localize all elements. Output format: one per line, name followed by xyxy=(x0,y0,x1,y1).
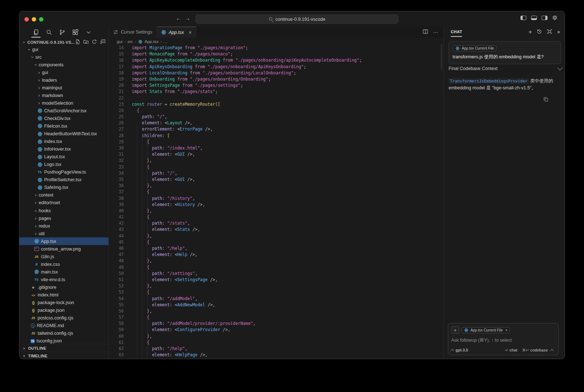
tab-cursor-settings[interactable]: Cursor Settings xyxy=(109,27,157,38)
line-number: 23 xyxy=(109,101,132,108)
toggle-panel-icon[interactable] xyxy=(531,16,537,20)
tree-item-safeimg-tsx[interactable]: SafeImg.tsx xyxy=(19,184,108,191)
code-text: element: <ConfigureProvider />, xyxy=(132,327,230,333)
minimize-window-button[interactable] xyxy=(32,17,36,22)
toggle-secondary-sidebar-icon[interactable] xyxy=(542,16,548,20)
timeline-section[interactable]: › TIMELINE xyxy=(19,352,108,359)
tree-item-index-tsx[interactable]: index.tsx xyxy=(19,138,108,145)
tree-item-markdown[interactable]: ›markdown xyxy=(19,92,108,99)
back-button[interactable]: ← xyxy=(174,15,182,21)
tree-item--gitignore[interactable]: ◆.gitignore xyxy=(19,283,108,291)
tree-item-pages[interactable]: ›pages xyxy=(19,214,108,222)
tree-item-gui[interactable]: ›gui xyxy=(19,69,108,76)
new-folder-icon[interactable] xyxy=(83,39,89,46)
code-line: 27 errorElement: <ErrorPage />, xyxy=(109,126,443,132)
search-icon[interactable] xyxy=(46,29,53,36)
explorer-icon[interactable] xyxy=(32,29,39,36)
command-center-search[interactable]: continue-0.9.191-vscode xyxy=(196,15,398,24)
tree-item-editorinset[interactable]: ›editorInset xyxy=(19,199,108,207)
extensions-icon[interactable] xyxy=(72,29,79,36)
chat-input-box[interactable]: + App.tsx Current File × Ask followup (⌘… xyxy=(448,323,559,355)
tree-item-redux[interactable]: ›redux xyxy=(19,222,108,230)
explorer-header[interactable]: › CONTINUE-0.9.191-VS... xyxy=(19,38,108,46)
tree-item-i18n-js[interactable]: JSi18n.js xyxy=(19,253,108,260)
chat-tab[interactable]: CHAT xyxy=(451,30,462,35)
tree-item-posthogpageview-ts[interactable]: TSPosthogPageView.ts xyxy=(19,168,108,176)
zoom-window-button[interactable] xyxy=(39,17,43,22)
tree-item-gui[interactable]: ›gui xyxy=(19,46,108,53)
toggle-sidebar-icon[interactable] xyxy=(520,16,526,20)
tree-item-chatscrollanchor-tsx[interactable]: ChatScrollAnchor.tsx xyxy=(19,107,108,115)
new-chat-icon[interactable]: + xyxy=(529,30,532,35)
tree-item-infohover-tsx[interactable]: InfoHover.tsx xyxy=(19,145,108,153)
tree-item-index-html[interactable]: <>index.html xyxy=(19,291,108,299)
line-number: 38 xyxy=(109,195,132,202)
chevron-down-icon[interactable] xyxy=(85,29,92,36)
tree-item-label: pages xyxy=(39,216,51,221)
tree-item-main-tsx[interactable]: main.tsx xyxy=(19,268,108,276)
tree-item-tailwind-config-cjs[interactable]: JStailwind.config.cjs xyxy=(19,330,108,337)
tree-item-util[interactable]: ›util xyxy=(19,230,108,237)
chat-input-placeholder[interactable]: Ask followup (⌘Y), ↑ to select xyxy=(451,337,556,343)
breadcrumb[interactable]: gui› src› App.tsx› ... xyxy=(109,38,443,46)
close-panel-icon[interactable]: × xyxy=(557,30,560,35)
settings-gear-icon[interactable]: ⚙ xyxy=(552,16,557,20)
tree-item-fileicon-tsx[interactable]: FileIcon.tsx xyxy=(19,122,108,130)
outline-section[interactable]: › OUTLINE xyxy=(19,344,108,352)
code-text: import ApiKeysOnboarding from "./pages/o… xyxy=(132,64,306,70)
codebase-submit[interactable]: ⌘↵ codebase xyxy=(522,348,548,352)
code-text: path: "/", xyxy=(132,170,177,176)
tree-item-profileswitcher-tsx[interactable]: ProfileSwitcher.tsx xyxy=(19,176,108,184)
chat-submit[interactable]: ↵ chat xyxy=(505,348,517,352)
new-file-icon[interactable] xyxy=(75,39,80,46)
line-number: 29 xyxy=(109,139,132,145)
tree-item-readme-md[interactable]: iREADME.md xyxy=(19,322,108,330)
codebase-context-section[interactable]: Final Codebase Context xyxy=(449,66,561,71)
breadcrumb-item[interactable]: App.tsx xyxy=(145,39,158,44)
tree-item-layout-tsx[interactable]: Layout.tsx xyxy=(19,153,108,161)
close-window-button[interactable] xyxy=(24,17,29,22)
breadcrumb-item[interactable]: src xyxy=(127,39,133,44)
breadcrumb-item[interactable]: gui xyxy=(117,39,122,44)
tree-item-app-tsx[interactable]: App.tsx xyxy=(19,237,108,245)
tree-item-label: README.md xyxy=(37,323,64,328)
app-window: ← → continue-0.9.191-vscode ⚙ xyxy=(19,11,565,359)
tree-item-index-css[interactable]: #index.css xyxy=(19,260,108,268)
tree-item-src[interactable]: ›src xyxy=(19,53,108,61)
tree-item-components[interactable]: ›components xyxy=(19,61,108,69)
line-number: 56 xyxy=(109,308,132,314)
tree-item-logo-tsx[interactable]: Logo.tsx xyxy=(19,161,108,168)
context-pill[interactable]: App.tsx Current File xyxy=(453,45,496,51)
tree-item-modelselection[interactable]: ›modelSelection xyxy=(19,99,108,107)
tree-item-context[interactable]: ›context xyxy=(19,191,108,199)
source-control-icon[interactable] xyxy=(59,29,66,36)
tree-item-package-lock-json[interactable]: {}package-lock.json xyxy=(19,299,108,307)
collapse-all-icon[interactable] xyxy=(100,39,105,46)
tree-item-postcss-config-cjs[interactable]: JSpostcss.config.cjs xyxy=(19,314,108,322)
code-area[interactable]: 14import MigrationPage from "./pages/mig… xyxy=(109,45,443,359)
remove-context-icon[interactable]: × xyxy=(505,328,507,332)
copy-icon[interactable] xyxy=(543,97,549,104)
forward-button[interactable]: → xyxy=(184,15,192,21)
tree-item-hooks[interactable]: ›hooks xyxy=(19,207,108,214)
tab-app-tsx[interactable]: App.tsx × xyxy=(157,27,196,38)
close-tab-icon[interactable]: × xyxy=(189,30,192,35)
tree-item-continue-arrow-png[interactable]: continue_arrow.png xyxy=(19,245,108,253)
user-question: transformers.js 使用的 embedding model 是? xyxy=(453,54,557,60)
history-icon[interactable] xyxy=(537,29,542,36)
add-context-button[interactable]: + xyxy=(451,326,459,334)
editor-scrollbar[interactable] xyxy=(441,44,442,70)
tree-item-maininput[interactable]: ›mainInput xyxy=(19,84,108,92)
model-selector[interactable]: gpt-3.5 xyxy=(456,348,468,352)
refresh-icon[interactable] xyxy=(92,39,97,46)
tree-item-checkdiv-tsx[interactable]: CheckDiv.tsx xyxy=(19,115,108,122)
tree-item-vite-env-d-ts[interactable]: TSvite-env.d.ts xyxy=(19,276,108,283)
split-editor-icon[interactable] xyxy=(423,29,428,36)
input-context-pill[interactable]: App.tsx Current File × xyxy=(461,327,510,333)
tree-item-loaders[interactable]: ›loaders xyxy=(19,76,108,84)
more-actions-icon[interactable]: ⋯ xyxy=(433,30,438,35)
tree-item-headerbuttonwithtext-tsx[interactable]: HeaderButtonWithText.tsx xyxy=(19,130,108,138)
expand-icon[interactable] xyxy=(547,29,552,36)
tree-item-package-json[interactable]: {}package.json xyxy=(19,307,108,314)
breadcrumb-item[interactable]: ... xyxy=(164,39,167,44)
